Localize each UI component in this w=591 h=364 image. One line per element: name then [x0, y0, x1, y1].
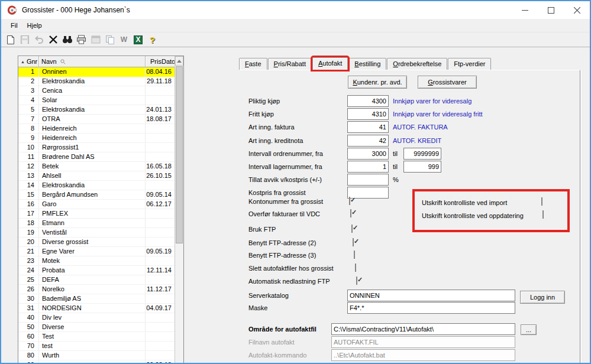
intervall-lagernummer-til-input[interactable] [403, 161, 441, 173]
table-row[interactable]: 21 Egne Varer 09.05.19 [18, 247, 175, 256]
checkbox-label: Overfør fakturaer til VDC [248, 210, 320, 218]
table-row[interactable]: 26 Norelko 11.12.17 [18, 285, 175, 294]
table-row[interactable]: 60 Test [18, 332, 175, 342]
table-row[interactable]: 5 Elektroskandia 24.01.13 [18, 105, 175, 115]
table-row[interactable]: 17 PMFLEX [18, 209, 175, 219]
overfor-fakturaer-vdc-checkbox[interactable] [350, 209, 351, 217]
print-icon[interactable] [75, 34, 88, 46]
kundenr-pr-avd-button[interactable]: Kundenr. pr. avd. [348, 76, 407, 89]
vertical-scrollbar[interactable] [175, 56, 183, 364]
table-row[interactable]: 15 Bergård Amundsen 09.05.14 [18, 190, 175, 200]
cell-navn: Egne Varer [39, 247, 146, 256]
table-row[interactable]: 50 Diverse [18, 323, 175, 332]
tab-pris-rabatt[interactable]: Pris/Rabatt [268, 58, 312, 70]
find-icon[interactable] [61, 34, 73, 46]
field-label: Serverkatalog [248, 292, 289, 300]
table-row[interactable]: 20 Diverse grossist [18, 238, 175, 247]
table-row[interactable]: 9 Heidenreich [18, 134, 175, 143]
table-row[interactable]: 25 DEFA [18, 275, 175, 285]
cell-prisdato: 16.05.18 [146, 162, 175, 171]
scrollbar-thumb[interactable] [176, 66, 183, 243]
table-row[interactable]: 4 Solar [18, 96, 175, 105]
checkbox-label: Automatisk nedlastning FTP [248, 278, 330, 285]
scroll-up-icon[interactable] [175, 56, 183, 66]
automatisk-nedlastning-ftp-checkbox[interactable] [356, 277, 357, 285]
tab-faste[interactable]: Faste [239, 58, 267, 70]
table-row[interactable]: 70 test [18, 342, 175, 351]
cell-navn: Heidenreich [39, 124, 146, 133]
kontonummer-fra-grossist-checkbox[interactable] [349, 197, 350, 205]
autofakt-tab-page: Kundenr. pr. avd. Grossistvarer Pliktig … [240, 70, 580, 364]
table-row[interactable]: 23 Motek [18, 256, 175, 266]
art-inng-kreditnota-input[interactable] [347, 135, 389, 147]
column-header-prisdato[interactable]: PrisDato [146, 56, 175, 67]
cell-navn: Probata [39, 266, 146, 275]
intervall-lagernummer-fra-input[interactable] [347, 161, 389, 173]
save-icon[interactable] [18, 34, 31, 46]
bruk-ftp-checkbox[interactable] [351, 225, 353, 233]
cell-prisdato [146, 332, 175, 341]
field-note: AUTOF. FAKTURA [393, 124, 448, 131]
word-export-icon[interactable]: W [118, 34, 130, 46]
tab-ftp-verdier[interactable]: Ftp-verdier [448, 58, 491, 70]
slett-autofaktfiler-checkbox[interactable] [355, 264, 356, 272]
menu-hjelp[interactable]: Hjelp [22, 21, 47, 30]
checkbox-label: Utskrift kontrolliste ved import [422, 199, 507, 207]
table-row[interactable]: 40 Div lev [18, 313, 175, 323]
table-row[interactable]: 19 Ventistål [18, 228, 175, 238]
table-row[interactable]: 10 Rørgrossist1 [18, 143, 175, 152]
grossistvarer-button[interactable]: Grossistvarer [418, 76, 477, 89]
table-row[interactable]: 18 Etmann [18, 219, 175, 228]
table-row[interactable]: 30 Bademiljø AS [18, 294, 175, 304]
close-icon[interactable] [564, 1, 590, 19]
table-row[interactable]: 16 Garo 06.12.17 [18, 200, 175, 209]
table-row[interactable]: 80 Wurth [18, 351, 175, 360]
omrade-autofaktfil-input[interactable] [331, 323, 515, 335]
tillat-avvik-input[interactable] [347, 174, 389, 186]
table-row[interactable]: 3 Cenica [18, 86, 175, 96]
column-header-navn[interactable]: Navn [39, 56, 146, 67]
column-header-gnr[interactable]: ▲ Gnr [18, 56, 39, 67]
menu-fil[interactable]: Fil [6, 21, 22, 30]
table-row[interactable]: 1 Onninen 08.04.16 [18, 67, 175, 77]
tab-bestilling[interactable]: Bestilling [348, 58, 386, 70]
utskrift-kontrolliste-oppdatering-checkbox[interactable] [542, 210, 544, 219]
tab-ordrebekreftelse[interactable]: Ordrebekreftelse [387, 58, 447, 70]
undo-icon[interactable] [33, 34, 45, 46]
table-row[interactable]: 7 OTRA 18.08.17 [18, 115, 175, 124]
table-row[interactable]: 13 Ahlsell 26.10.15 [18, 171, 175, 181]
field-label: Fritt kjøp [248, 110, 274, 118]
help-icon[interactable]: ? [146, 34, 159, 46]
benytt-ftp-adresse-2-checkbox[interactable] [353, 238, 354, 246]
new-document-icon[interactable] [4, 34, 17, 46]
maske-input[interactable] [347, 302, 515, 314]
cell-navn: Elektroskandia [39, 181, 146, 190]
benytt-ftp-adresse-3-checkbox[interactable] [354, 251, 355, 259]
table-row[interactable]: 14 Elektroskandia [18, 181, 175, 190]
art-inng-faktura-input[interactable] [347, 121, 389, 133]
intervall-ordrenummer-fra-input[interactable] [347, 148, 389, 160]
utskrift-kontrolliste-import-checkbox[interactable] [541, 197, 542, 206]
cell-prisdato: 29.11.18 [146, 77, 175, 86]
table-row[interactable]: 2 Elektroskandia 29.11.18 [18, 77, 175, 86]
browse-button[interactable]: ... [521, 324, 537, 335]
table-row[interactable]: 31 NORDESIGN 04.09.17 [18, 304, 175, 313]
delete-icon[interactable] [47, 34, 59, 46]
table-row[interactable]: 8 Heidenreich [18, 124, 175, 134]
pliktig-kjop-input[interactable] [347, 95, 389, 107]
table-row[interactable]: 11 Brødrene Dahl AS [18, 152, 175, 162]
grossist-table: ▲ Gnr Navn PrisDato 1 Onninen 08.04.16 [18, 56, 184, 364]
serverkatalog-input[interactable] [347, 290, 515, 301]
excel-export-icon[interactable]: X [132, 34, 144, 46]
fritt-kjop-input[interactable] [347, 108, 389, 120]
intervall-ordrenummer-til-input[interactable] [403, 148, 441, 160]
maximize-icon[interactable] [538, 1, 564, 19]
tab-autofakt[interactable]: Autofakt [312, 57, 348, 70]
copy-icon[interactable] [104, 34, 116, 46]
table-row[interactable]: 90 20.08.18 [18, 360, 175, 364]
table-row[interactable]: 12 Betek 16.05.18 [18, 162, 175, 171]
minimize-icon[interactable] [512, 1, 538, 19]
window-icon[interactable] [89, 34, 102, 46]
table-row[interactable]: 24 Probata 12.11.14 [18, 266, 175, 275]
logg-inn-button[interactable]: Logg inn [520, 291, 565, 304]
